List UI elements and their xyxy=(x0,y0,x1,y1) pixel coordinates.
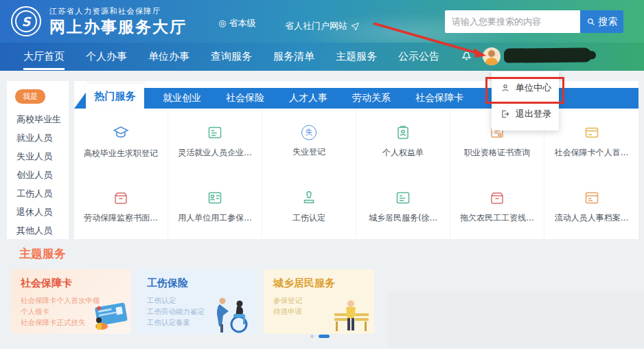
tab-employment[interactable]: 就业创业 xyxy=(163,92,201,104)
nav-item-announcements[interactable]: 公示公告 xyxy=(398,50,439,63)
theme-card-urban-rural-residents[interactable]: 城乡居民服务 参保登记 待遇申请 xyxy=(264,269,374,334)
carousel-pagination xyxy=(310,335,330,338)
wheelchair-care-illustration-icon xyxy=(206,291,255,334)
sidebar-item-others[interactable]: 其他人员 xyxy=(16,221,69,240)
notification-bell-icon[interactable] xyxy=(460,49,473,62)
search-icon xyxy=(586,17,596,27)
theme-card-work-injury-insurance[interactable]: 工伤保险 工伤认定 工伤劳动能力鉴定 工伤认定备案 xyxy=(137,269,257,334)
service-item[interactable]: 工伤认定 xyxy=(262,174,356,239)
service-item[interactable]: 拖欠农民工工资线... xyxy=(450,174,544,239)
paper-plane-icon xyxy=(351,22,360,31)
location-icon: ◎ xyxy=(218,18,226,28)
service-item[interactable]: 劳动保障监察书面... xyxy=(74,174,168,239)
card-link[interactable]: 工伤认定 xyxy=(147,295,205,306)
card-icon xyxy=(395,190,411,206)
persona-badge: 我是 xyxy=(15,89,45,104)
service-item[interactable]: 高校毕业生求职登记 xyxy=(74,109,168,174)
box-icon xyxy=(113,190,129,206)
service-item[interactable]: 城乡居民服务(徐... xyxy=(356,174,450,239)
social-security-card-illustration-icon xyxy=(80,294,129,334)
tab-labor-relations[interactable]: 劳动关系 xyxy=(352,92,391,104)
portal-site-link[interactable]: 省人社门户网站 xyxy=(285,20,360,32)
sidebar-item-retired[interactable]: 退休人员 xyxy=(16,203,69,221)
nav-item-theme[interactable]: 主题服务 xyxy=(336,50,377,63)
nav-item-service-list[interactable]: 服务清单 xyxy=(273,50,314,63)
menu-item-logout[interactable]: 退出登录 xyxy=(492,101,559,127)
sidebar-item-graduates[interactable]: 高校毕业生 xyxy=(16,110,69,128)
tab-talent[interactable]: 人才人事 xyxy=(289,92,327,104)
next-card-hint xyxy=(388,292,644,347)
user-avatar[interactable] xyxy=(483,47,501,65)
card-link[interactable]: 参保登记 xyxy=(273,295,302,306)
nav-item-employer[interactable]: 单位办事 xyxy=(148,50,189,63)
nav-item-home[interactable]: 大厅首页 xyxy=(23,50,65,63)
card-icon xyxy=(207,190,223,206)
service-item[interactable]: 用人单位用工参保... xyxy=(168,174,262,239)
clipboard-icon xyxy=(395,124,411,141)
service-item[interactable]: 个人权益单 xyxy=(356,109,450,174)
service-item[interactable]: 流动人员人事档案... xyxy=(544,174,639,239)
service-item[interactable]: 灵活就业人员企业... xyxy=(168,109,262,174)
sidebar-item-employed[interactable]: 就业人员 xyxy=(16,128,69,147)
card-icon xyxy=(584,190,600,206)
person-icon xyxy=(501,83,510,93)
stamp-icon xyxy=(301,190,317,206)
user-dropdown-menu: 单位中心 退出登录 xyxy=(492,71,559,131)
org-name: 江苏省人力资源和社会保障厅 xyxy=(49,6,161,16)
pagination-dot[interactable] xyxy=(310,335,314,338)
logout-icon xyxy=(501,109,510,119)
nav-item-personal[interactable]: 个人办事 xyxy=(86,50,127,63)
card-title: 社会保障卡 xyxy=(21,277,72,290)
card-link[interactable]: 工伤劳动能力鉴定 xyxy=(147,306,205,317)
portal-title: 网上办事服务大厅 xyxy=(49,16,187,38)
sidebar-item-entrepreneurs[interactable]: 创业人员 xyxy=(16,166,69,184)
tab-social-security-card[interactable]: 社会保障卡 xyxy=(415,92,463,104)
region-selector[interactable]: ◎ 省本级 xyxy=(218,17,255,30)
search-input[interactable] xyxy=(445,10,580,33)
service-item[interactable]: 失 失业登记 xyxy=(262,109,356,174)
graduation-cap-icon xyxy=(112,124,130,142)
elderly-bench-illustration-icon xyxy=(329,295,373,334)
card-title: 工伤保险 xyxy=(147,277,188,290)
agency-logo-icon: S xyxy=(11,6,41,36)
sidebar-item-unemployed[interactable]: 失业人员 xyxy=(16,147,69,166)
pagination-dot-active[interactable] xyxy=(319,335,330,338)
tab-social-insurance[interactable]: 社会保险 xyxy=(226,92,264,104)
search-button[interactable]: 搜索 xyxy=(580,10,623,33)
card-link[interactable]: 待遇申请 xyxy=(273,306,302,317)
persona-sidebar: 我是 高校毕业生 就业人员 失业人员 创业人员 工伤人员 退休人员 其他人员 xyxy=(7,81,69,239)
card-icon xyxy=(584,124,600,141)
nav-item-query[interactable]: 查询服务 xyxy=(211,50,252,63)
redacted-username xyxy=(504,47,592,63)
theme-card-social-security-card[interactable]: 社会保障卡 社会保障卡个人首次申领 个人领卡 社会保障卡正式挂失 xyxy=(11,269,130,334)
circle-badge-icon: 失 xyxy=(301,125,317,140)
card-icon xyxy=(207,124,223,141)
box-icon xyxy=(489,190,505,206)
card-link[interactable]: 工伤认定备案 xyxy=(147,317,205,328)
sidebar-item-work-injury[interactable]: 工伤人员 xyxy=(16,184,69,203)
menu-item-unit-center[interactable]: 单位中心 xyxy=(492,75,559,101)
theme-services-title: 主题服务 xyxy=(19,246,66,262)
tab-hot-services[interactable]: 热门服务 xyxy=(86,84,144,109)
card-title: 城乡居民服务 xyxy=(273,277,335,290)
page: S 江苏省人力资源和社会保障厅 网上办事服务大厅 ◎ 省本级 省人社门户网站 搜… xyxy=(0,0,644,349)
header: S 江苏省人力资源和社会保障厅 网上办事服务大厅 ◎ 省本级 省人社门户网站 搜… xyxy=(0,0,644,43)
